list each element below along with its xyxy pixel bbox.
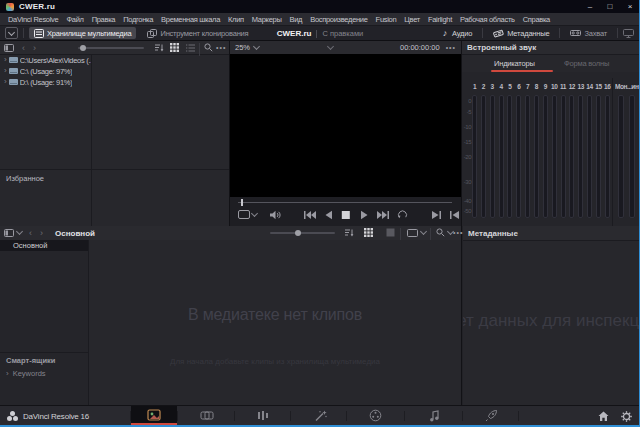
first-frame-button[interactable] xyxy=(303,210,316,220)
zoom-level-dropdown[interactable]: 25% xyxy=(235,43,260,52)
page-tab-cut[interactable] xyxy=(184,406,230,425)
nav-forward-button[interactable]: › xyxy=(30,41,39,54)
page-tab-fusion[interactable] xyxy=(297,406,343,425)
menu-item-8[interactable]: Вид xyxy=(290,15,303,24)
metadata-button[interactable]: Метаданные xyxy=(488,27,554,39)
grid-view-icon[interactable] xyxy=(170,41,179,54)
chevron-right-icon[interactable]: › xyxy=(4,78,7,86)
page-tab-deliver[interactable] xyxy=(468,406,514,425)
pool-search-icon[interactable] xyxy=(436,226,454,239)
page-tab-edit[interactable] xyxy=(240,406,286,425)
settings-gear-icon[interactable] xyxy=(621,411,632,422)
maximize-button[interactable]: □ xyxy=(600,0,620,13)
clip-selector-dropdown[interactable] xyxy=(326,43,333,50)
minimize-button[interactable]: – xyxy=(580,0,600,13)
close-button[interactable]: × xyxy=(620,0,640,13)
divider xyxy=(462,411,463,421)
tab-waveform[interactable]: Форма волны xyxy=(564,59,609,68)
menu-item-14[interactable]: Справка xyxy=(523,15,550,24)
sort-icon[interactable] xyxy=(155,41,164,54)
channel-number-9: 9 xyxy=(541,83,550,90)
audio-tabs: Индикаторы Форма волны xyxy=(462,55,640,73)
drive-icon xyxy=(9,57,18,63)
page-tab-color[interactable] xyxy=(352,406,398,425)
slider-knob[interactable] xyxy=(295,230,301,236)
app-version-label: DaVinci Resolve 16 xyxy=(23,412,89,421)
bin-forward-button[interactable]: › xyxy=(37,226,46,239)
project-manager-home-icon[interactable] xyxy=(598,411,609,422)
level-meter-channel-16 xyxy=(605,95,610,218)
volume-icon[interactable] xyxy=(270,210,281,220)
capture-button[interactable]: Захват xyxy=(565,27,612,39)
loop-button[interactable] xyxy=(397,210,408,220)
tree-item-label: C:\Users\Alex\Videos (... xyxy=(20,56,91,65)
stop-button[interactable] xyxy=(341,210,350,220)
menu-item-13[interactable]: Рабочая область xyxy=(460,15,515,24)
menu-item-2[interactable]: Файл xyxy=(66,15,83,24)
thumbnail-size-slider[interactable] xyxy=(78,41,144,54)
tree-item-2[interactable]: ›C:\ (Usage: 97%) xyxy=(0,65,91,76)
scrubber-bar[interactable] xyxy=(238,202,452,203)
chevron-down-icon xyxy=(253,43,260,50)
chevron-right-icon[interactable]: › xyxy=(4,67,7,75)
channel-number-4: 4 xyxy=(497,83,506,90)
sidebar-bin-master[interactable]: Основной xyxy=(0,240,88,251)
menu-item-7[interactable]: Маркеры xyxy=(252,15,282,24)
chevron-right-icon[interactable]: › xyxy=(4,56,7,64)
play-reverse-button[interactable] xyxy=(324,210,333,220)
page-tab-fairlight[interactable] xyxy=(411,406,457,425)
tab-indicators[interactable]: Индикаторы xyxy=(494,59,535,68)
pool-list-view-icon[interactable] xyxy=(386,226,395,239)
metadata-tag-icon xyxy=(493,29,504,38)
playhead[interactable] xyxy=(241,199,243,206)
pool-grid-view-icon[interactable] xyxy=(364,226,373,239)
media-storage-button[interactable]: Хранилище мультимедиа xyxy=(29,27,136,39)
menu-item-6[interactable]: Клип xyxy=(228,15,244,24)
bin-back-button[interactable]: ‹ xyxy=(26,226,35,239)
viewer-mode-dropdown[interactable] xyxy=(238,210,258,219)
last-frame-button[interactable] xyxy=(377,210,390,220)
nav-back-button[interactable]: ‹ xyxy=(19,41,28,54)
menu-item-9[interactable]: Воспроизведение xyxy=(310,15,367,24)
pool-sort-icon[interactable] xyxy=(345,226,354,239)
pool-display-mode-dropdown[interactable] xyxy=(407,226,427,239)
dual-screen-icon[interactable] xyxy=(623,29,634,38)
pool-panel-toggle-icon[interactable] xyxy=(4,226,23,239)
keywords-label: Keywords xyxy=(13,369,46,378)
mark-out-button[interactable] xyxy=(449,210,460,220)
channel-number-11: 11 xyxy=(559,83,568,90)
menu-item-3[interactable]: Правка xyxy=(92,15,116,24)
menu-item-12[interactable]: Fairlight xyxy=(428,15,452,24)
sidebar-item-keywords[interactable]: › Keywords xyxy=(6,369,46,378)
tree-item-3[interactable]: ›D:\ (Usage: 91%) xyxy=(0,76,91,87)
more-options-icon[interactable]: ••• xyxy=(216,41,226,54)
db-scale-label: -30 xyxy=(462,179,471,185)
slider-knob[interactable] xyxy=(80,45,86,51)
menu-item-5[interactable]: Временная шкала xyxy=(161,15,220,24)
pool-thumbnail-slider[interactable] xyxy=(270,226,335,239)
menu-item-1[interactable]: DaVinci Resolve xyxy=(8,15,58,24)
storage-panel-toggle-icon[interactable] xyxy=(4,41,14,54)
chevron-right-icon[interactable]: › xyxy=(6,370,9,378)
capture-label: Захват xyxy=(584,29,607,38)
viewer-options-icon[interactable]: ••• xyxy=(446,44,456,51)
tree-item-label: C:\ (Usage: 97%) xyxy=(20,67,73,76)
menu-item-4[interactable]: Подгонка xyxy=(123,15,153,24)
play-button[interactable] xyxy=(360,210,369,220)
menu-item-11[interactable]: Цвет xyxy=(404,15,420,24)
viewer-panel: 25% 00:00:00:00 ••• xyxy=(230,41,462,226)
list-view-icon[interactable] xyxy=(186,41,195,54)
audio-button[interactable]: ♪ Аудио xyxy=(438,27,477,39)
level-meter-channel-5 xyxy=(507,95,512,218)
level-meter-channel-14 xyxy=(587,95,592,218)
pool-more-options-icon[interactable]: ••• xyxy=(453,226,463,239)
clone-tool-button[interactable]: Инструмент клонирования xyxy=(142,27,253,39)
menu-item-10[interactable]: Fusion xyxy=(376,15,397,24)
bin-tab-master[interactable]: Основной xyxy=(55,226,95,240)
page-tab-media[interactable] xyxy=(131,406,177,425)
tree-item-1[interactable]: ›C:\Users\Alex\Videos (... xyxy=(0,54,91,65)
search-icon[interactable] xyxy=(204,41,213,54)
mark-in-button[interactable] xyxy=(431,210,442,220)
clone-icon xyxy=(147,29,157,38)
panel-toggle-button[interactable] xyxy=(5,27,18,39)
